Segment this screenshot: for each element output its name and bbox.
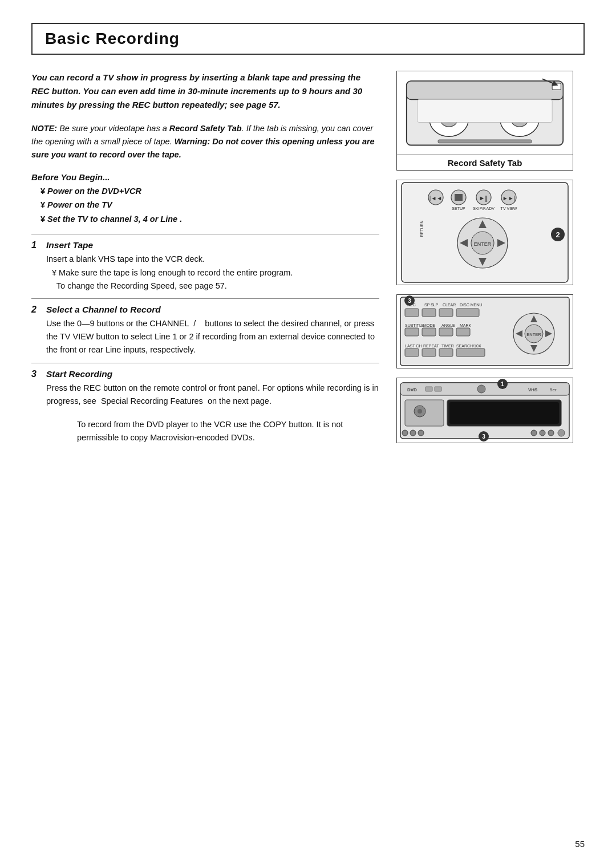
svg-text:SUBTITLE: SUBTITLE [405, 323, 424, 327]
svg-text:DISC MENU: DISC MENU [460, 303, 482, 307]
svg-point-73 [477, 385, 485, 393]
svg-rect-47 [405, 328, 419, 336]
svg-rect-42 [456, 309, 479, 317]
note-block: NOTE: Be sure your videotape has a Recor… [31, 122, 379, 162]
svg-rect-48 [422, 328, 436, 336]
content-area: You can record a TV show in progress by … [31, 71, 585, 444]
step-3-body: Press the REC button on the remote contr… [46, 382, 379, 408]
svg-text:CLEAR: CLEAR [443, 303, 456, 307]
svg-point-80 [418, 409, 422, 414]
right-column: Record Safety Tab |◄◄ ►‖ ►►| [396, 71, 585, 444]
svg-text:|◄◄: |◄◄ [429, 195, 442, 201]
svg-rect-71 [425, 387, 432, 391]
svg-text:VHS: VHS [528, 387, 538, 392]
svg-rect-56 [422, 349, 436, 356]
step-1-header: 1 Insert Tape [31, 240, 379, 250]
step-3-header: 3 Start Recording [31, 369, 379, 379]
step-3: 3 Start Recording Press the REC button o… [31, 363, 379, 408]
step-3-title: Start Recording [46, 369, 112, 379]
step-2-number: 2 [31, 305, 40, 315]
step-2: 2 Select a Channel to Record Use the 0—9… [31, 298, 379, 357]
panel-svg: REC SP SLP CLEAR DISC MENU SUBTITLE MODE… [397, 295, 573, 368]
panel-illustration: REC SP SLP CLEAR DISC MENU SUBTITLE MODE… [396, 294, 573, 368]
svg-rect-49 [439, 328, 453, 336]
before-begin-title: Before You Begin... [31, 172, 379, 182]
svg-text:TIMER: TIMER [441, 344, 454, 348]
svg-text:LAST CH: LAST CH [405, 344, 422, 348]
copy-note: To record from the DVD player to the VCR… [77, 418, 379, 444]
svg-text:ENTER: ENTER [526, 332, 541, 337]
tape-svg [397, 71, 573, 152]
svg-point-86 [548, 430, 554, 436]
intro-paragraph: You can record a TV show in progress by … [31, 71, 379, 112]
page-number: 55 [575, 839, 585, 849]
step-1: 1 Insert Tape Insert a blank VHS tape in… [31, 234, 379, 293]
before-begin-item-1: ¥ Power on the DVD+VCR [40, 184, 379, 198]
svg-point-85 [540, 430, 545, 436]
before-begin-item-3: ¥ Set the TV to channel 3, 4 or Line . [40, 212, 379, 226]
svg-rect-77 [449, 402, 559, 424]
step-1-number: 1 [31, 240, 40, 250]
svg-point-84 [531, 430, 537, 436]
svg-rect-72 [435, 387, 441, 391]
svg-text:RETURN: RETURN [420, 220, 424, 237]
page-title: Basic Recording [45, 30, 571, 48]
svg-rect-8 [438, 140, 532, 143]
svg-text:ANGLE: ANGLE [441, 323, 455, 327]
before-you-begin: Before You Begin... ¥ Power on the DVD+V… [31, 172, 379, 226]
svg-text:SEARCH/10X: SEARCH/10X [456, 344, 481, 348]
copy-note-text: To record from the DVD player to the VCR… [77, 420, 343, 442]
left-column: You can record a TV show in progress by … [31, 71, 379, 444]
svg-text:TV VIEW: TV VIEW [501, 206, 517, 210]
svg-text:MARK: MARK [460, 323, 472, 327]
svg-rect-39 [405, 309, 419, 317]
tape-illustration: Record Safety Tab [396, 71, 573, 171]
deck-illustration: DVD VHS 5er [396, 378, 573, 443]
step-2-title: Select a Channel to Record [46, 305, 161, 315]
step-1-body: Insert a blank VHS tape into the VCR dec… [46, 253, 379, 293]
svg-text:ENTER: ENTER [474, 241, 492, 247]
step-1-bullet: ¥ Make sure the tape is long enough to r… [52, 266, 379, 293]
svg-point-82 [410, 430, 416, 436]
step-1-text: Insert a blank VHS tape into the VCR dec… [46, 254, 205, 264]
before-begin-item-2: ¥ Power on the TV [40, 198, 379, 212]
svg-rect-40 [422, 309, 436, 317]
svg-text:►►|: ►►| [502, 195, 515, 201]
svg-text:SETUP: SETUP [452, 206, 465, 210]
svg-text:SP SLP: SP SLP [424, 303, 439, 307]
svg-point-83 [418, 430, 424, 436]
step-2-body: Use the 0—9 buttons or the CHANNEL / but… [46, 317, 379, 357]
svg-rect-10 [418, 100, 552, 123]
svg-rect-58 [456, 349, 485, 356]
remote-illustration: |◄◄ ►‖ ►►| SETUP SKIP/F.ADV TV VIEW ENTE… [396, 180, 573, 285]
page: Basic Recording You can record a TV show… [0, 0, 616, 867]
note-label: NOTE: [31, 124, 57, 133]
svg-text:REPEAT: REPEAT [423, 344, 439, 348]
svg-point-87 [558, 430, 565, 436]
svg-text:2: 2 [556, 230, 560, 239]
remote-svg: |◄◄ ►‖ ►►| SETUP SKIP/F.ADV TV VIEW ENTE… [397, 180, 573, 285]
step-2-header: 2 Select a Channel to Record [31, 305, 379, 315]
svg-rect-9 [552, 83, 561, 90]
tape-label: Record Safety Tab [397, 154, 573, 170]
svg-text:SKIP/F.ADV: SKIP/F.ADV [473, 206, 495, 210]
svg-rect-16 [455, 194, 463, 201]
step-1-title: Insert Tape [46, 240, 93, 250]
svg-text:1: 1 [501, 381, 504, 387]
svg-rect-41 [439, 309, 453, 317]
svg-point-81 [402, 430, 408, 436]
svg-rect-55 [405, 349, 419, 356]
svg-text:MODE: MODE [423, 323, 435, 327]
svg-rect-50 [456, 328, 470, 336]
svg-text:3: 3 [482, 434, 485, 440]
svg-text:3: 3 [408, 298, 411, 304]
svg-rect-57 [439, 349, 453, 356]
svg-rect-1 [407, 81, 563, 99]
svg-text:5er: 5er [550, 387, 557, 392]
svg-text:►‖: ►‖ [479, 195, 489, 202]
svg-text:DVD: DVD [407, 387, 417, 392]
deck-svg: DVD VHS 5er [397, 378, 573, 443]
note-text: Be sure your videotape has a Record Safe… [31, 124, 375, 159]
step-3-number: 3 [31, 369, 40, 379]
title-bar: Basic Recording [31, 23, 585, 55]
